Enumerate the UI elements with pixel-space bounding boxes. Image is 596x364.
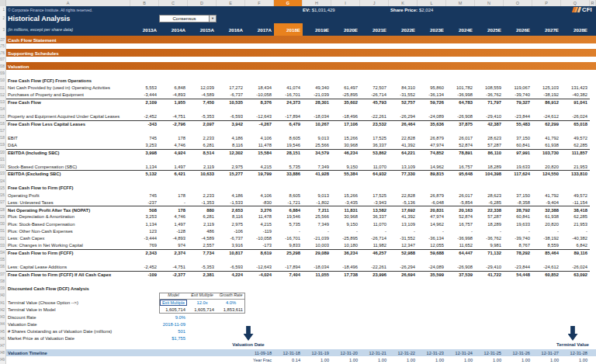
cell[interactable]: 12,302 — [217, 149, 245, 156]
cell[interactable]: -18,496 — [331, 263, 360, 270]
cell[interactable]: 13,109 — [389, 163, 418, 170]
cell[interactable]: 9,833 — [274, 242, 303, 249]
growth-rate-cell[interactable]: 4.0% — [217, 300, 245, 307]
row-label[interactable]: Free Cash Flow to Firm (FCFF) If All Cas… — [6, 271, 130, 278]
row-number[interactable]: 219 — [0, 141, 6, 148]
cell[interactable]: -8,358 — [504, 199, 532, 206]
cell[interactable]: -17,894 — [274, 263, 303, 270]
cell[interactable]: 18,434 — [245, 84, 274, 91]
cell[interactable]: -1,802 — [303, 199, 331, 206]
cell[interactable]: -4,893 — [159, 92, 188, 99]
cell[interactable]: 97,991 — [504, 149, 532, 156]
row-number[interactable]: 224 — [0, 178, 6, 185]
cell[interactable]: -22,261 — [360, 113, 389, 120]
cell[interactable]: - — [303, 227, 331, 234]
cell[interactable]: 19,633 — [504, 163, 532, 170]
cell[interactable]: 11,478 — [245, 141, 274, 148]
cell[interactable]: -3,444 — [130, 92, 159, 99]
cell[interactable]: -38,192 — [532, 234, 561, 241]
cell[interactable]: -343 — [130, 120, 159, 127]
row-number[interactable]: 208 — [0, 62, 6, 70]
cell[interactable]: 26,879 — [418, 134, 446, 141]
cell[interactable]: 72,507 — [360, 84, 389, 91]
row-number[interactable]: 216 — [0, 120, 6, 127]
cell[interactable]: 20,831 — [418, 206, 446, 213]
cell[interactable]: 28,151 — [274, 149, 303, 156]
cell[interactable]: 28,623 — [475, 192, 504, 199]
row-number[interactable]: 229 — [0, 213, 6, 220]
cell[interactable]: 1.00 — [360, 356, 389, 363]
cell[interactable]: 745 — [130, 192, 159, 199]
input-cell[interactable]: $1,755 — [159, 335, 188, 342]
cell[interactable]: 111,857 — [561, 149, 590, 156]
row-label[interactable]: Property and Equipment Acquired Under Ca… — [6, 113, 130, 120]
cell[interactable]: 20,820 — [532, 220, 561, 227]
row-label[interactable]: Discounted Cash Flow (DCF) Analysis — [6, 285, 596, 292]
cell[interactable]: 3,253 — [130, 141, 159, 148]
cell[interactable]: 108,559 — [475, 84, 504, 91]
cell[interactable]: 7,211 — [303, 206, 331, 213]
cell[interactable]: -24,612 — [532, 263, 561, 270]
cell[interactable]: -24,612 — [532, 113, 561, 120]
cell[interactable]: 41,792 — [532, 192, 561, 199]
cell[interactable]: -26,908 — [446, 113, 475, 120]
row-number[interactable]: 221 — [0, 156, 6, 163]
cell[interactable]: -3,444 — [130, 234, 159, 241]
cell[interactable]: 0.14 — [274, 356, 303, 363]
cell[interactable]: -36,998 — [446, 234, 475, 241]
cell[interactable]: 1.00 — [504, 356, 532, 363]
cell[interactable]: - — [475, 227, 504, 234]
cell[interactable]: 8,116 — [217, 213, 245, 220]
cell[interactable]: 25,566 — [303, 213, 331, 220]
cell[interactable]: 17,525 — [360, 134, 389, 141]
cell[interactable]: 2,381 — [188, 271, 217, 278]
cell[interactable]: 11,055 — [303, 271, 331, 278]
cell[interactable]: 28,623 — [475, 134, 504, 141]
year-header[interactable]: 2016A — [217, 23, 245, 36]
cell[interactable]: 133,810 — [561, 170, 590, 177]
row-number[interactable]: 236 — [0, 263, 6, 270]
cell[interactable]: 1.00 — [418, 356, 446, 363]
year-header[interactable]: 2015A — [188, 23, 217, 36]
cell[interactable]: 4,746 — [159, 213, 188, 220]
cell[interactable]: 78,891 — [446, 149, 475, 156]
cell[interactable]: -1,533 — [217, 199, 245, 206]
cell[interactable]: 4,186 — [217, 192, 245, 199]
cell[interactable]: 880 — [188, 206, 217, 213]
cell[interactable]: 4,746 — [159, 141, 188, 148]
cell[interactable]: 2,374 — [159, 249, 188, 256]
row-label[interactable]: Free Cash Flow Less Capital Leases — [6, 120, 130, 127]
cell[interactable]: -6,737 — [217, 92, 245, 99]
cell[interactable]: -2,796 — [159, 120, 188, 127]
cell[interactable]: -109 — [130, 271, 159, 278]
row-number[interactable]: 220 — [0, 149, 6, 156]
cell[interactable]: 508 — [130, 206, 159, 213]
cell[interactable]: -4,267 — [245, 120, 274, 127]
cell[interactable]: 55,384 — [331, 170, 360, 177]
cell[interactable]: -21,039 — [303, 234, 331, 241]
cell[interactable]: 1.00 — [446, 356, 475, 363]
cell[interactable]: 14,962 — [418, 220, 446, 227]
cell[interactable]: 131,423 — [561, 84, 590, 91]
cell[interactable]: -237 — [130, 199, 159, 206]
row-label[interactable]: Free Cash Flow — [6, 99, 130, 106]
cell[interactable]: -36,134 — [418, 234, 446, 241]
cell[interactable]: 8,514 — [188, 149, 217, 156]
cell[interactable]: 125,103 — [532, 84, 561, 91]
cell[interactable]: 41,792 — [532, 134, 561, 141]
row-label[interactable]: EBIT — [6, 134, 130, 141]
row-number[interactable]: 222 — [0, 163, 6, 170]
cell[interactable]: 7,349 — [303, 220, 331, 227]
cell[interactable]: 12,055 — [418, 242, 446, 249]
cell[interactable]: 6,842 — [561, 242, 590, 249]
cell[interactable]: 52,988 — [389, 249, 418, 256]
cell[interactable]: -16,701 — [274, 234, 303, 241]
cell[interactable]: - — [504, 227, 532, 234]
cell[interactable]: 2,557 — [188, 242, 217, 249]
row-number[interactable]: 176 — [0, 49, 6, 57]
exit-multiple-cell[interactable]: 12.0x — [188, 300, 217, 307]
cell[interactable]: 46,257 — [360, 249, 389, 256]
cell[interactable]: 9,150 — [331, 220, 360, 227]
cell[interactable]: 10,267 — [303, 120, 331, 127]
cell[interactable]: 17,525 — [360, 192, 389, 199]
